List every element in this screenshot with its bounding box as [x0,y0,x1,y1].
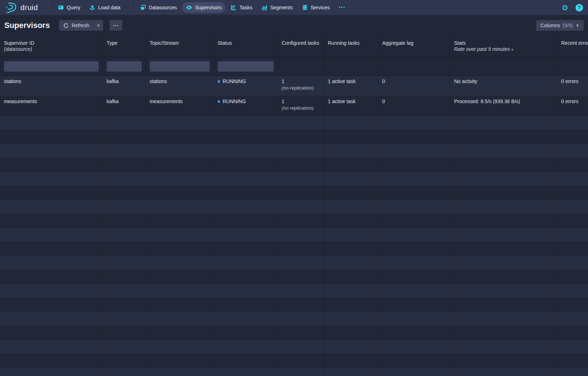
table-cell-empty [103,367,146,376]
replication-note: (no replication) [282,85,320,91]
table-row-empty [0,130,588,144]
table-cell-empty [146,158,214,172]
table-cell-empty [378,214,450,227]
nav-more-button[interactable]: ••• [335,5,349,10]
gear-icon[interactable]: ⚙ [559,4,571,11]
segments-icon [262,5,267,10]
nav-item-services[interactable]: Services [298,2,334,13]
table-cell-empty [557,298,588,311]
druid-logo[interactable]: druid [5,2,38,13]
filter-topic-stream-input[interactable] [150,61,210,72]
column-header-recent-errors[interactable]: Recent errors [557,36,588,57]
table-cell-empty [557,367,588,376]
nav-item-datasources[interactable]: Datasources [136,2,181,13]
nav-item-segments[interactable]: Segments [258,2,297,13]
table-cell-empty [0,339,103,353]
table-cell-empty [146,353,214,367]
table-cell-empty [214,284,278,297]
column-header-stats[interactable]: Stats Rate over past 5 minutes▾ [450,36,557,57]
table-cell-empty [557,284,588,297]
table-row-measurements[interactable]: measurements kafka measurements RUNNING … [0,96,588,116]
nav-item-supervisors[interactable]: Supervisors [182,2,225,13]
table-cell-empty [103,116,146,130]
table-cell-empty [146,172,214,185]
table-cell-empty [278,200,324,213]
table-cell-empty [324,144,378,158]
table-cell-empty [214,186,278,199]
refresh-interval-caret-button[interactable]: ▼ [93,20,103,31]
nav-item-query[interactable]: Query [54,2,84,13]
table-cell-empty [0,242,103,255]
filter-status-input[interactable] [218,61,274,72]
table-cell-empty [378,284,450,297]
table-cell-empty [214,116,278,130]
cell-aggregate-lag: 0 [378,76,450,96]
stats-rate-selector[interactable]: Rate over past 5 minutes▾ [454,46,553,53]
table-cell-empty [103,312,146,325]
nav-item-label: Supervisors [195,5,222,10]
table-cell-empty [103,144,146,158]
table-cell-empty [324,158,378,172]
column-header-configured-tasks[interactable]: Configured tasks [278,36,324,57]
table-cell-empty [324,312,378,325]
table-cell-empty [278,158,324,172]
columns-picker-button[interactable]: Columns (9/9) ▼ [536,20,584,31]
table-cell-empty [278,116,324,130]
table-cell-empty [146,284,214,297]
table-cell-empty [146,144,214,158]
cell-topic: measurements [146,96,214,116]
column-header-supervisor-id[interactable]: Supervisor ID (datasource) [0,36,103,57]
column-header-type[interactable]: Type [103,36,146,57]
table-cell-empty [0,326,103,339]
table-cell-empty [214,256,278,269]
help-icon[interactable]: ? [575,4,583,11]
cell-running-tasks: 1 active task [324,76,378,96]
table-cell-empty [214,130,278,144]
table-cell-empty [278,144,324,158]
refresh-button[interactable]: Refresh [59,20,93,31]
nav-item-label: Query [67,5,80,10]
nav-item-load-data[interactable]: Load data [86,2,124,13]
table-cell-empty [557,144,588,158]
table-cell-empty [450,326,557,339]
table-cell-empty [278,367,324,376]
cell-supervisor-id[interactable]: stations [0,76,103,96]
table-cell-empty [103,200,146,213]
table-cell-empty [450,312,557,325]
refresh-button-group: Refresh ▼ [59,20,103,31]
column-header-status[interactable]: Status [214,36,278,57]
columns-count: (9/9) [563,23,573,28]
table-cell-empty [278,284,324,297]
filter-supervisor-id-input[interactable] [4,61,99,72]
cell-configured-tasks: 1 (no replication) [278,96,324,116]
cell-aggregate-lag: 0 [378,96,450,116]
table-cell-empty [0,284,103,297]
table-cell-empty [146,228,214,241]
column-header-running-tasks[interactable]: Running tasks [324,36,378,57]
more-actions-button[interactable]: ••• [110,20,122,31]
table-cell-empty [450,353,557,367]
top-navigation-bar: druid Query Load data Dat [0,0,588,15]
status-text: RUNNING [223,78,246,84]
table-cell-empty [214,339,278,353]
table-cell-empty [378,130,450,144]
table-row-empty [0,298,588,312]
table-cell-empty [0,312,103,325]
nav-item-tasks[interactable]: Tasks [227,2,256,13]
table-cell-empty [146,312,214,325]
filter-type-input[interactable] [107,61,142,72]
table-cell-empty [146,242,214,255]
table-cell-empty [278,339,324,353]
table-row-stations[interactable]: stations kafka stations RUNNING 1 (no re… [0,76,588,96]
column-header-topic-stream[interactable]: Topic/Stream [146,36,214,57]
empty-rows-container [0,116,588,376]
cell-supervisor-id[interactable]: measurements [0,96,103,116]
nav-divider [48,4,48,11]
column-header-aggregate-lag[interactable]: Aggregate lag [378,36,450,57]
cell-running-tasks: 1 active task [324,96,378,116]
table-cell-empty [324,298,378,311]
table-cell-empty [0,353,103,367]
table-cell-empty [324,130,378,144]
table-cell-empty [450,298,557,311]
table-cell-empty [214,144,278,158]
